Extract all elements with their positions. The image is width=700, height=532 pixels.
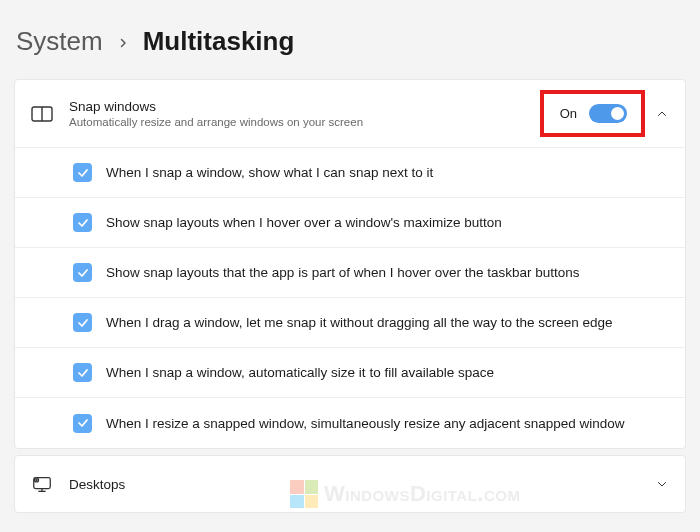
checkbox[interactable] — [73, 363, 92, 382]
snap-option-label: When I snap a window, automatically size… — [106, 365, 494, 380]
snap-option-label: Show snap layouts that the app is part o… — [106, 265, 580, 280]
chevron-down-icon[interactable] — [655, 477, 669, 491]
desktops-section: Desktops — [14, 455, 686, 513]
snap-option-row[interactable]: When I resize a snapped window, simultan… — [15, 398, 685, 448]
snap-windows-header[interactable]: Snap windows Automatically resize and ar… — [15, 80, 685, 147]
breadcrumb-current: Multitasking — [143, 26, 295, 57]
snap-toggle-label: On — [560, 106, 577, 121]
checkbox[interactable] — [73, 163, 92, 182]
snap-option-row[interactable]: Show snap layouts when I hover over a wi… — [15, 198, 685, 248]
highlight-annotation: On — [540, 90, 645, 137]
desktops-title: Desktops — [69, 477, 639, 492]
checkbox[interactable] — [73, 313, 92, 332]
snap-option-row[interactable]: When I snap a window, show what I can sn… — [15, 148, 685, 198]
desktops-icon — [31, 473, 53, 495]
snap-windows-subtitle: Automatically resize and arrange windows… — [69, 116, 524, 128]
breadcrumb-parent[interactable]: System — [16, 26, 103, 57]
desktops-header[interactable]: Desktops — [15, 456, 685, 512]
snap-windows-title: Snap windows — [69, 99, 524, 114]
checkbox[interactable] — [73, 263, 92, 282]
snap-option-row[interactable]: Show snap layouts that the app is part o… — [15, 248, 685, 298]
snap-options-list: When I snap a window, show what I can sn… — [15, 147, 685, 448]
snap-option-label: When I resize a snapped window, simultan… — [106, 416, 625, 431]
snap-option-row[interactable]: When I drag a window, let me snap it wit… — [15, 298, 685, 348]
snap-toggle[interactable] — [589, 104, 627, 123]
checkbox[interactable] — [73, 213, 92, 232]
snap-option-label: When I drag a window, let me snap it wit… — [106, 315, 613, 330]
chevron-up-icon[interactable] — [655, 107, 669, 121]
snap-windows-section: Snap windows Automatically resize and ar… — [14, 79, 686, 449]
chevron-right-icon — [117, 31, 129, 54]
breadcrumb: System Multitasking — [14, 26, 686, 57]
snap-option-label: When I snap a window, show what I can sn… — [106, 165, 433, 180]
snap-option-row[interactable]: When I snap a window, automatically size… — [15, 348, 685, 398]
snap-option-label: Show snap layouts when I hover over a wi… — [106, 215, 502, 230]
snap-windows-icon — [31, 103, 53, 125]
checkbox[interactable] — [73, 414, 92, 433]
